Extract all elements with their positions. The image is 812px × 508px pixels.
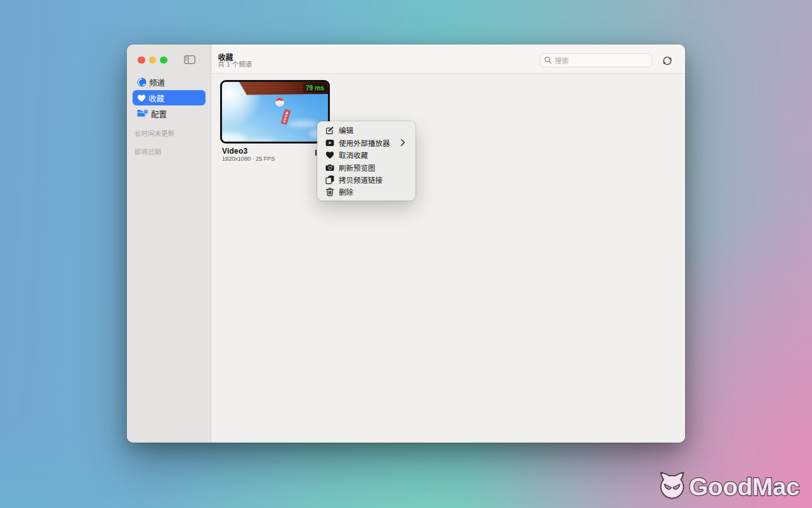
svg-text:79 ms: 79 ms [305,84,324,91]
svg-text:GoodMac: GoodMac [689,473,799,500]
